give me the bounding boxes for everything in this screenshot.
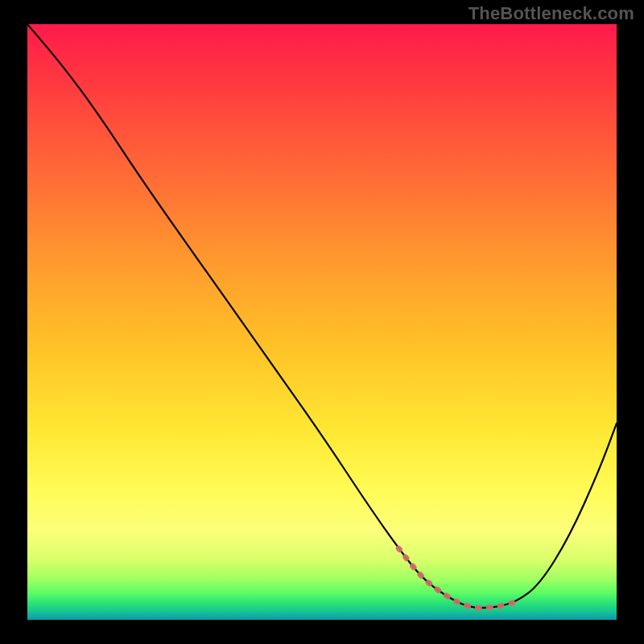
bottleneck-curve-path — [27, 24, 617, 608]
plot-area — [27, 24, 617, 620]
curve-svg — [27, 24, 617, 620]
optimal-zone-markers — [398, 548, 516, 608]
watermark-text: TheBottleneck.com — [469, 3, 634, 24]
chart-frame: TheBottleneck.com — [0, 0, 644, 644]
